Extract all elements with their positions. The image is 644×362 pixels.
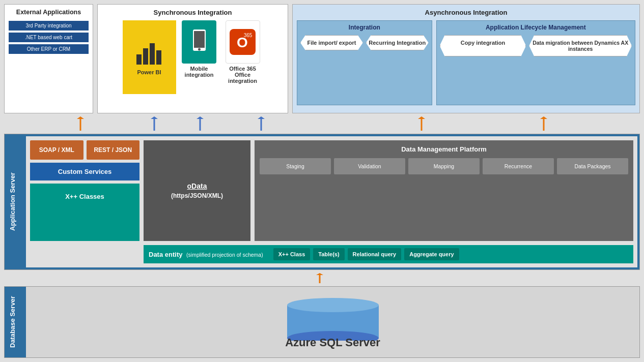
odata-col: oData (https/JSON/XML) [144, 140, 250, 241]
svg-rect-1 [143, 48, 148, 65]
dmp-title: Data Management Platform [260, 145, 628, 153]
copy-integration-card: Copy integration [440, 35, 526, 56]
svg-rect-2 [150, 43, 155, 65]
mobile-label: Mobile integration [180, 66, 218, 78]
app-server-label: Application Server [5, 134, 26, 269]
custom-services-box: Custom Services [30, 163, 139, 180]
office-label: Office 365 Office integration [222, 66, 263, 84]
entity-xppclass: X++ Class [273, 248, 311, 260]
db-server-section: Database Server Azure SQL Server [4, 286, 640, 358]
integration-subpanel: Integration File import/ export Recurrin… [297, 20, 432, 105]
svg-marker-11 [77, 116, 84, 119]
odata-box: oData (https/JSON/XML) [144, 140, 250, 241]
mobile-icon-wrap [182, 20, 216, 64]
arrow-row [4, 116, 640, 131]
integration-subpanel-title: Integration [300, 24, 429, 31]
entity-aggregate: Aggregate query [404, 248, 459, 260]
svg-marker-13 [151, 116, 158, 119]
svg-marker-23 [316, 273, 323, 275]
async-panel: Asynchronous Integration Integration Fil… [292, 4, 640, 113]
alm-title: Application Lifecycle Management [440, 24, 632, 31]
xpp-classes-box: X++ Classes [30, 184, 139, 241]
alm-subpanel: Application Lifecycle Management Copy in… [436, 20, 635, 105]
azure-sql-label: Azure SQL Server [285, 336, 380, 349]
svg-text:365: 365 [244, 33, 253, 38]
powerbi-box: Power BI [123, 20, 176, 94]
badge-3rdparty: 3rd Party integration [9, 21, 89, 31]
dmp-datapackages: Data Packages [557, 158, 628, 174]
sync-panel: Synchronous Integration Power BI [97, 4, 288, 113]
dmp-col: Data Management Platform Staging Validat… [255, 140, 633, 241]
office365-icon: O 365 [229, 28, 257, 56]
powerbi-label: Power BI [137, 69, 161, 75]
svg-marker-19 [418, 116, 425, 119]
db-server-label: Database Server [5, 287, 26, 357]
async-title: Asynchronous Integration [297, 9, 635, 16]
entity-tables: Table(s) [313, 248, 344, 260]
dmp-validation: Validation [334, 158, 405, 174]
left-services-col: SOAP / XML REST / JSON Custom Services X… [30, 140, 139, 241]
rest-json-box: REST / JSON [87, 140, 140, 160]
office-box: O 365 Office 365 Office integration [222, 20, 263, 84]
dmp-recurrence: Recurrence [483, 158, 554, 174]
db-content: Azure SQL Server [26, 287, 639, 357]
dmp-staging: Staging [260, 158, 331, 174]
powerbi-icon [134, 39, 164, 67]
svg-marker-15 [197, 116, 204, 119]
data-migration-card: Data migration between Dynamics AX insta… [529, 35, 632, 56]
mobile-box: Mobile integration [180, 20, 218, 78]
svg-point-26 [287, 298, 379, 312]
svg-point-6 [198, 48, 201, 51]
data-entity-title: Data entity (simplified projection of sc… [149, 251, 263, 258]
bottom-arrow-svg [4, 273, 640, 283]
svg-marker-17 [258, 116, 265, 119]
office-icon-wrap: O 365 [226, 20, 260, 64]
phone-icon [190, 28, 208, 56]
recurring-integration-card: Recurring Integration [366, 35, 429, 50]
sync-title: Synchronous Integration [102, 9, 284, 16]
external-apps-panel: External Applications 3rd Party integrat… [4, 4, 93, 113]
dmp-box: Data Management Platform Staging Validat… [255, 140, 633, 241]
soap-xml-box: SOAP / XML [30, 140, 83, 160]
arrows-svg [4, 116, 640, 131]
svg-marker-21 [540, 116, 547, 119]
dmp-mapping: Mapping [408, 158, 480, 174]
azure-sql-cylinder [282, 295, 384, 341]
azure-sql-box: Azure SQL Server [282, 295, 384, 349]
svg-rect-5 [194, 31, 205, 48]
entity-relational: Relational query [348, 248, 402, 260]
file-import-card: File import/ export [300, 35, 363, 50]
badge-dotnet: .NET based web cart [9, 33, 89, 42]
external-apps-title: External Applications [9, 9, 89, 16]
svg-rect-3 [156, 50, 161, 65]
bottom-arrow-row [4, 273, 640, 283]
badge-erp: Other ERP or CRM [9, 44, 89, 54]
svg-rect-0 [136, 54, 142, 65]
data-entity-row: Data entity (simplified projection of sc… [144, 245, 633, 263]
app-server-section: Application Server SOAP / XML REST / JSO… [4, 134, 640, 270]
